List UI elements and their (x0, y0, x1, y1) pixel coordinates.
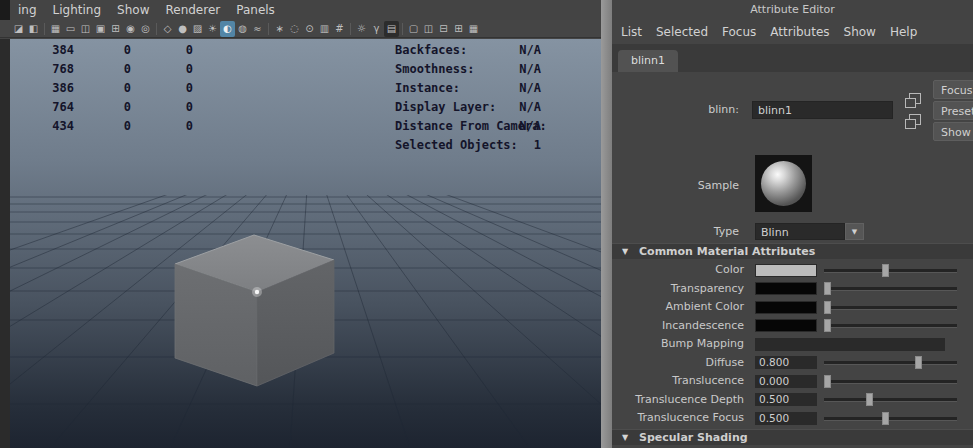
wireframe-icon[interactable]: ◇ (160, 21, 175, 37)
slider[interactable] (824, 319, 957, 332)
ae-menu-selected[interactable]: Selected (649, 22, 715, 42)
ae-menu-help[interactable]: Help (883, 22, 924, 42)
value-field[interactable]: 0.500 (755, 393, 817, 406)
sample-sphere (761, 161, 806, 206)
section-title: Specular Shading (639, 430, 748, 446)
xray-icon[interactable]: ▥ (317, 21, 332, 37)
slider-handle[interactable] (824, 375, 831, 388)
two-panes-stacked-icon[interactable]: ⊟ (436, 21, 451, 37)
depth-of-field-icon[interactable]: ◌ (287, 21, 302, 37)
slider-track (824, 324, 957, 327)
resolution-gate-icon[interactable]: ◫ (78, 21, 93, 37)
ae-menu-focus[interactable]: Focus (715, 22, 763, 42)
slider-handle[interactable] (882, 264, 889, 277)
hud-stat-value: 768 (10, 60, 74, 79)
hud-stat-value: 0 (131, 41, 193, 60)
slider[interactable] (824, 393, 957, 406)
ae-tab-blinn1[interactable]: blinn1 (618, 50, 678, 72)
slider-handle[interactable] (866, 393, 873, 406)
toolbar-separator (44, 23, 45, 35)
two-panes-side-icon[interactable]: ◫ (421, 21, 436, 37)
ae-focus-button[interactable]: Focus (933, 80, 973, 99)
slider[interactable] (824, 282, 957, 295)
value-field[interactable]: 0.800 (755, 356, 817, 369)
shadows-icon[interactable]: ◐ (220, 21, 235, 37)
viewport-canvas[interactable]: 3840076800386007640043400 Backfaces:N/AS… (10, 39, 601, 448)
slider[interactable] (824, 412, 957, 425)
isolate-select-icon[interactable]: ⊙ (302, 21, 317, 37)
slider-track (824, 417, 957, 420)
attribute-editor-panel: Attribute Editor ListSelectedFocusAttrib… (612, 0, 973, 448)
gate-mask-icon[interactable]: ▣ (93, 21, 108, 37)
viewport-menu-show[interactable]: Show (109, 0, 157, 20)
safe-title-icon[interactable]: ◎ (138, 21, 153, 37)
slider[interactable] (824, 356, 957, 369)
exposure-icon[interactable]: ☼ (354, 21, 369, 37)
collapse-triangle-icon[interactable]: ▼ (622, 244, 628, 260)
slider-handle[interactable] (824, 301, 831, 314)
textured-icon[interactable]: ▨ (190, 21, 205, 37)
screen-space-ao-icon[interactable]: ◍ (235, 21, 250, 37)
color-swatch[interactable] (755, 264, 817, 277)
node-name-input[interactable]: blinn1 (752, 101, 893, 119)
view-transform-icon[interactable]: ▤ (384, 21, 399, 37)
material-sample-swatch[interactable] (755, 155, 812, 212)
slider-handle[interactable] (915, 356, 922, 369)
attr-row-ambient-color: Ambient Color (612, 298, 973, 316)
ae-show-button[interactable]: Show (933, 122, 973, 141)
multisample-icon[interactable]: ∗ (272, 21, 287, 37)
viewport-frame: 3840076800386007640043400 Backfaces:N/AS… (0, 39, 601, 448)
slider-handle[interactable] (824, 319, 831, 332)
viewport-menu-panels[interactable]: Panels (228, 0, 283, 20)
material-type-dropdown[interactable]: Blinn (755, 223, 845, 240)
smooth-shade-icon[interactable]: ● (175, 21, 190, 37)
slider[interactable] (824, 264, 957, 277)
section-common-material-attributes[interactable]: ▼ Common Material Attributes (612, 243, 973, 259)
value-field[interactable]: 0.000 (755, 375, 817, 388)
section-title: Common Material Attributes (639, 244, 815, 260)
tear-off-copy-icon[interactable] (904, 114, 921, 129)
three-panes-icon[interactable]: ⊞ (451, 21, 466, 37)
grease-pencil-icon[interactable]: ◪ (11, 21, 26, 37)
xray-joints-icon[interactable]: # (332, 21, 347, 37)
attr-row-translucence-focus: Translucence Focus0.500 (612, 409, 973, 427)
ae-menu-attributes[interactable]: Attributes (763, 22, 836, 42)
grid-icon[interactable]: ▦ (48, 21, 63, 37)
panel-corner-icon (0, 0, 10, 20)
color-swatch[interactable] (755, 301, 817, 314)
motion-blur-icon[interactable]: ≈ (250, 21, 265, 37)
slider-handle[interactable] (824, 282, 831, 295)
map-field[interactable] (755, 338, 945, 351)
copy-tab-icon[interactable] (904, 93, 921, 108)
dropdown-arrow-icon[interactable]: ▼ (845, 223, 864, 240)
ae-menu-show[interactable]: Show (837, 22, 883, 42)
single-pane-icon[interactable]: ▢ (406, 21, 421, 37)
slider-handle[interactable] (882, 412, 889, 425)
section-specular-shading[interactable]: ▼ Specular Shading (612, 429, 973, 445)
viewport-menu-lighting[interactable]: Lighting (45, 0, 110, 20)
slider[interactable] (824, 301, 957, 314)
safe-action-icon[interactable]: ◉ (123, 21, 138, 37)
color-swatch[interactable] (755, 282, 817, 295)
attribute-editor-tabbar: blinn1 (612, 44, 973, 72)
camera-bookmark-icon[interactable]: ◧ (26, 21, 41, 37)
value-field[interactable]: 0.500 (755, 412, 817, 425)
color-swatch[interactable] (755, 319, 817, 332)
four-panes-icon[interactable]: ▦ (466, 21, 481, 37)
viewport-menu-ing[interactable]: ing (10, 0, 45, 20)
type-label: Type (612, 223, 745, 241)
hud-info-value: N/A (519, 98, 541, 117)
panel-splitter[interactable] (601, 0, 612, 448)
slider[interactable] (824, 375, 957, 388)
use-all-lights-icon[interactable]: ☀ (205, 21, 220, 37)
hud-info-row: Smoothness:N/A (395, 60, 555, 79)
viewport-menu-renderer[interactable]: Renderer (157, 0, 228, 20)
hud-stat-value: 0 (74, 79, 131, 98)
ae-menu-list[interactable]: List (614, 22, 649, 42)
ae-presets-button[interactable]: Presets (933, 101, 973, 120)
cube[interactable] (175, 235, 334, 386)
film-gate-icon[interactable]: ▭ (63, 21, 78, 37)
field-chart-icon[interactable]: ⊞ (108, 21, 123, 37)
gamma-icon[interactable]: γ (369, 21, 384, 37)
collapse-triangle-icon[interactable]: ▼ (622, 430, 628, 446)
